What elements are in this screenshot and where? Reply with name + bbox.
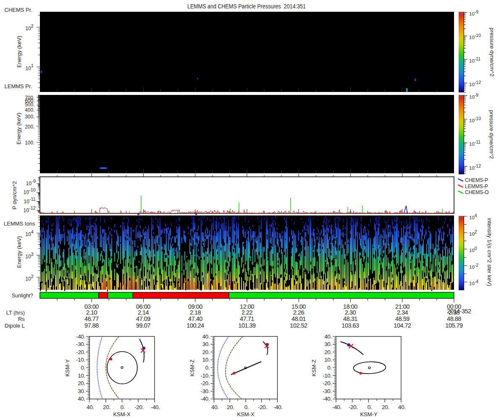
svg-text:-20.: -20.: [134, 404, 144, 410]
svg-text:400.: 400.: [25, 107, 34, 113]
svg-text:48.59: 48.59: [395, 315, 410, 322]
svg-text:2.18: 2.18: [190, 309, 201, 316]
svg-text:KSM-X: KSM-X: [237, 411, 255, 417]
svg-text:Energy (keV): Energy (keV): [16, 236, 22, 268]
svg-text:0.: 0.: [368, 404, 372, 410]
svg-text:20.: 20.: [202, 349, 210, 355]
svg-text:102.52: 102.52: [290, 322, 307, 329]
svg-text:20.: 20.: [78, 380, 85, 386]
svg-text:40.: 40.: [324, 333, 332, 340]
svg-text:Sunlight?: Sunlight?: [12, 292, 33, 299]
svg-text:-20.: -20.: [200, 380, 210, 386]
svg-text:40.: 40.: [87, 404, 94, 410]
svg-text:CHEMS-O: CHEMS-O: [465, 189, 489, 195]
svg-text:-10.: -10.: [200, 373, 210, 379]
svg-text:0.: 0.: [121, 404, 125, 410]
svg-text:40.: 40.: [211, 404, 219, 410]
svg-text:40.: 40.: [398, 404, 406, 410]
svg-text:-20.: -20.: [323, 380, 332, 386]
svg-text:30.: 30.: [78, 388, 85, 394]
svg-text:100.24: 100.24: [186, 322, 204, 329]
svg-text:-40.: -40.: [151, 404, 160, 410]
svg-text:-40.: -40.: [332, 404, 341, 410]
svg-text:P dyn/cm^2: P dyn/cm^2: [11, 181, 18, 209]
svg-text:30.: 30.: [324, 341, 332, 347]
svg-text:97.88: 97.88: [84, 322, 99, 329]
svg-text:KSM-X: KSM-X: [113, 411, 131, 417]
svg-text:2.22: 2.22: [242, 309, 253, 316]
svg-text:40.: 40.: [78, 396, 85, 402]
svg-text:10.: 10.: [202, 357, 210, 363]
svg-text:500.: 500.: [25, 102, 34, 108]
svg-text:48.31: 48.31: [343, 315, 357, 322]
svg-text:-10.: -10.: [323, 373, 332, 379]
svg-text:-40.: -40.: [200, 396, 210, 402]
svg-text:Dipole L: Dipole L: [5, 323, 25, 329]
svg-text:intensity 1/(s cm^2 ster keV): intensity 1/(s cm^2 ster keV): [486, 218, 493, 286]
svg-text:Energy (keV): Energy (keV): [16, 113, 22, 144]
svg-text:KSM-Z: KSM-Z: [311, 360, 317, 377]
svg-text:LEMMS Ions: LEMMS Ions: [4, 220, 35, 227]
svg-text:46.77: 46.77: [84, 315, 99, 322]
svg-text:10.: 10.: [78, 373, 85, 379]
svg-text:-10.: -10.: [76, 357, 85, 363]
svg-text:LEMMS and CHEMS Particle Press: LEMMS and CHEMS Particle Pressures 2014:…: [187, 3, 306, 10]
svg-text:-20.: -20.: [349, 404, 358, 410]
svg-text:-40.: -40.: [76, 333, 85, 340]
svg-text:2014-352: 2014-352: [447, 308, 471, 315]
svg-text:2.26: 2.26: [293, 309, 304, 316]
svg-text:48.88: 48.88: [447, 315, 461, 322]
svg-text:20.: 20.: [103, 404, 110, 410]
svg-text:2.30: 2.30: [345, 309, 356, 316]
svg-text:pressure dyne/cm^2: pressure dyne/cm^2: [489, 28, 495, 77]
svg-text:KSM-Y: KSM-Y: [64, 359, 71, 377]
svg-text:30.: 30.: [202, 341, 210, 347]
svg-text:20.: 20.: [382, 404, 389, 410]
svg-text:300.: 300.: [25, 114, 34, 120]
svg-text:105.79: 105.79: [445, 322, 463, 329]
svg-text:48.01: 48.01: [291, 315, 306, 322]
svg-text:47.09: 47.09: [136, 315, 150, 322]
svg-text:10.: 10.: [324, 357, 332, 363]
svg-text:-40.: -40.: [323, 396, 332, 402]
svg-text:2.14: 2.14: [138, 309, 149, 316]
svg-text:99.07: 99.07: [136, 322, 150, 329]
svg-text:-20.: -20.: [76, 349, 85, 355]
svg-text:-30.: -30.: [200, 388, 210, 394]
svg-text:0.: 0.: [327, 365, 332, 371]
svg-text:200.: 200.: [25, 124, 34, 130]
svg-text:LEMMS-P: LEMMS-P: [465, 184, 488, 189]
svg-text:CHEMS-P: CHEMS-P: [465, 177, 488, 183]
svg-text:104.72: 104.72: [394, 322, 411, 329]
svg-text:2.10: 2.10: [86, 309, 97, 316]
svg-text:-30.: -30.: [323, 388, 332, 394]
svg-text:0.: 0.: [205, 365, 210, 371]
svg-text:101.39: 101.39: [238, 322, 256, 329]
svg-text:47.40: 47.40: [188, 315, 202, 322]
svg-text:LT (hrs): LT (hrs): [6, 310, 25, 316]
svg-text:0.: 0.: [81, 365, 85, 371]
svg-text:Energy (keV): Energy (keV): [16, 36, 22, 68]
svg-text:pressure dyne/cm^2: pressure dyne/cm^2: [488, 110, 495, 159]
svg-text:CHEMS Pr.: CHEMS Pr.: [5, 7, 32, 13]
svg-text:2.34: 2.34: [397, 309, 408, 316]
svg-text:100.: 100.: [25, 140, 34, 146]
svg-text:KSM-Y: KSM-Y: [360, 411, 378, 417]
svg-text:47.71: 47.71: [240, 315, 254, 322]
svg-text:-20.: -20.: [258, 404, 267, 410]
svg-text:Rs: Rs: [18, 316, 25, 322]
svg-text:-30.: -30.: [76, 341, 85, 347]
svg-text:20.: 20.: [227, 404, 234, 410]
svg-text:103.63: 103.63: [341, 322, 359, 329]
svg-text:LEMMS Pr.: LEMMS Pr.: [5, 83, 32, 89]
svg-text:0.: 0.: [244, 404, 249, 410]
svg-text:40.: 40.: [202, 333, 210, 340]
svg-text:20.: 20.: [324, 349, 332, 355]
svg-text:-40.: -40.: [273, 404, 283, 410]
svg-text:KSM-Z: KSM-Z: [189, 360, 195, 377]
